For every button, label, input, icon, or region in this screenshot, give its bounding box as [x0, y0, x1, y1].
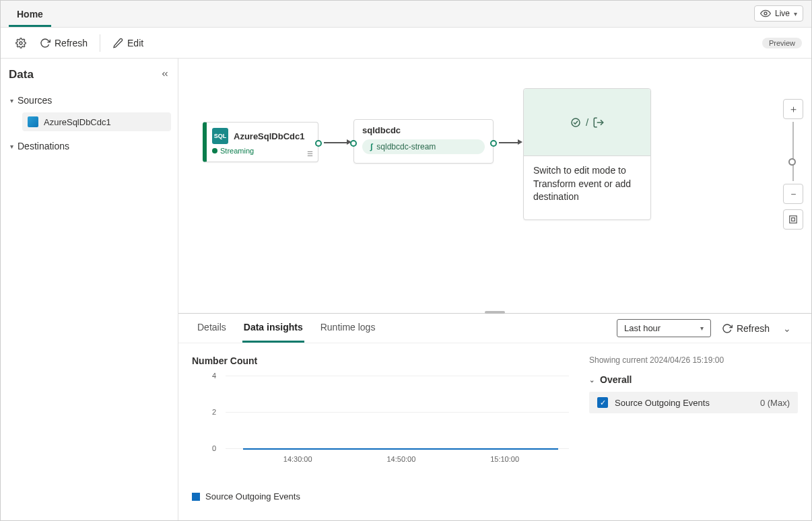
- panel-resize-handle[interactable]: [485, 311, 505, 314]
- chevron-down-icon: ⌄: [589, 376, 595, 384]
- preview-badge: Preview: [762, 38, 802, 48]
- panel-refresh-label: Refresh: [737, 323, 770, 334]
- y-tick-label: 0: [212, 444, 216, 452]
- chart-legend: Source Outgoing Events: [192, 491, 576, 501]
- zoom-slider-track[interactable]: [792, 122, 794, 181]
- live-mode-dropdown[interactable]: Live ▾: [754, 5, 803, 22]
- metric-row[interactable]: ✓ Source Outgoing Events 0 (Max): [589, 392, 798, 413]
- time-range-dropdown[interactable]: Last hour ▾: [617, 319, 711, 337]
- source-node-status: Streaming: [220, 147, 254, 155]
- chart-title: Number Count: [192, 355, 576, 366]
- refresh-icon: [722, 323, 733, 334]
- sources-tree-header[interactable]: ▾ Sources: [7, 91, 171, 110]
- svg-rect-3: [790, 216, 797, 223]
- input-port[interactable]: [350, 140, 357, 147]
- metric-value: 0 (Max): [760, 398, 790, 408]
- chevron-down-icon: ▾: [794, 10, 797, 18]
- action-placeholder-node[interactable]: / Switch to edit mode to Transform event…: [523, 88, 651, 220]
- connector-line: [324, 142, 348, 143]
- time-range-value: Last hour: [624, 323, 661, 333]
- transform-icon: [570, 116, 582, 129]
- zoom-out-button[interactable]: －: [783, 184, 803, 204]
- sidebar-source-item[interactable]: AzureSqlDbCdc1: [22, 112, 171, 131]
- data-sidebar: Data ▾ Sources AzureSqlDbCdc1 ▾ Destinat…: [1, 59, 178, 520]
- output-port[interactable]: [315, 140, 322, 147]
- status-dot-icon: [212, 148, 217, 153]
- chart-plot-area: 4 2 0 14:30:00 14:50:00 15:10:00: [212, 372, 569, 473]
- workspace: SQL AzureSqlDbCdc1 Streaming ☰ s: [178, 59, 811, 520]
- output-port[interactable]: [490, 140, 497, 147]
- arrow-head-icon: [518, 139, 522, 145]
- y-tick-label: 4: [212, 372, 216, 380]
- eye-icon: [760, 8, 771, 19]
- zoom-in-button[interactable]: ＋: [783, 99, 803, 119]
- stream-node-title: sqldbcdc: [362, 125, 485, 135]
- toolbar-divider: [100, 34, 100, 52]
- y-tick-label: 2: [212, 408, 216, 416]
- canvas-area[interactable]: SQL AzureSqlDbCdc1 Streaming ☰ s: [178, 59, 811, 313]
- svg-point-0: [764, 12, 767, 15]
- svg-point-2: [572, 118, 580, 127]
- tab-details[interactable]: Details: [196, 314, 228, 343]
- action-icons-area: /: [524, 89, 650, 156]
- x-tick-label: 14:50:00: [386, 455, 415, 463]
- connector-line: [499, 142, 519, 143]
- source-node-title: AzureSqlDbCdc1: [234, 131, 304, 141]
- zoom-slider-thumb[interactable]: [788, 158, 796, 166]
- panel-tab-bar: Details Data insights Runtime logs Last …: [178, 314, 811, 343]
- destination-exit-icon: [593, 116, 605, 129]
- metric-name: Source Outgoing Events: [615, 398, 710, 408]
- settings-button[interactable]: [10, 34, 32, 53]
- panel-collapse-button[interactable]: ⌄: [780, 320, 794, 337]
- source-item-label: AzureSqlDbCdc1: [44, 117, 111, 127]
- refresh-icon: [40, 38, 50, 48]
- source-node[interactable]: SQL AzureSqlDbCdc1 Streaming ☰: [203, 122, 318, 162]
- live-label: Live: [775, 9, 790, 18]
- sources-label: Sources: [18, 95, 52, 106]
- edit-button[interactable]: Edit: [107, 34, 149, 53]
- edit-icon: [112, 38, 123, 48]
- align-icon: ☰: [307, 150, 312, 158]
- stream-chip[interactable]: ∫ sqldbcdc-stream: [362, 139, 485, 154]
- destinations-label: Destinations: [18, 141, 69, 151]
- tab-runtime-logs[interactable]: Runtime logs: [319, 314, 377, 343]
- sql-source-icon: SQL: [212, 128, 228, 144]
- svg-point-1: [20, 42, 22, 44]
- collapse-sidebar-button[interactable]: [160, 69, 170, 81]
- svg-rect-4: [792, 218, 795, 221]
- stream-chip-label: sqldbcdc-stream: [376, 142, 436, 151]
- stream-icon: ∫: [370, 142, 372, 151]
- bottom-panel: Details Data insights Runtime logs Last …: [178, 313, 811, 520]
- fit-icon: [788, 215, 798, 224]
- zoom-controls: ＋ －: [783, 99, 803, 230]
- fit-to-screen-button[interactable]: [783, 209, 803, 230]
- edit-label: Edit: [127, 38, 143, 48]
- panel-refresh-button[interactable]: Refresh: [720, 320, 771, 337]
- refresh-button[interactable]: Refresh: [34, 34, 93, 53]
- stream-node[interactable]: sqldbcdc ∫ sqldbcdc-stream: [353, 119, 494, 164]
- chevron-down-icon: ⌄: [783, 323, 791, 334]
- legend-swatch: [192, 493, 200, 501]
- metric-checkbox[interactable]: ✓: [597, 397, 608, 408]
- chevron-down-icon: ▾: [10, 143, 13, 150]
- chevron-down-icon: ▾: [10, 97, 13, 104]
- gear-icon: [15, 38, 26, 48]
- overall-toggle[interactable]: ⌄ Overall: [589, 372, 798, 388]
- action-hint-text: Switch to edit mode to Transform event o…: [524, 156, 650, 212]
- metrics-column: Showing current 2024/04/26 15:19:00 ⌄ Ov…: [589, 355, 798, 508]
- top-tab-bar: Home Live ▾: [1, 1, 811, 28]
- chevron-down-icon: ▾: [700, 324, 704, 332]
- slash-separator: /: [586, 116, 588, 128]
- refresh-label: Refresh: [55, 38, 88, 48]
- showing-timestamp: Showing current 2024/04/26 15:19:00: [589, 355, 798, 365]
- x-tick-label: 15:10:00: [490, 455, 519, 463]
- series-line: [243, 448, 558, 450]
- sidebar-title: Data: [7, 68, 171, 81]
- tab-home[interactable]: Home: [9, 2, 51, 27]
- overall-label: Overall: [600, 374, 632, 385]
- x-tick-label: 14:30:00: [283, 455, 312, 463]
- destinations-tree-header[interactable]: ▾ Destinations: [7, 137, 171, 155]
- tab-data-insights[interactable]: Data insights: [242, 314, 304, 343]
- double-chevron-left-icon: [160, 69, 170, 79]
- chart-column: Number Count 4 2 0 14:30:00 14:50:00 15:…: [192, 355, 576, 508]
